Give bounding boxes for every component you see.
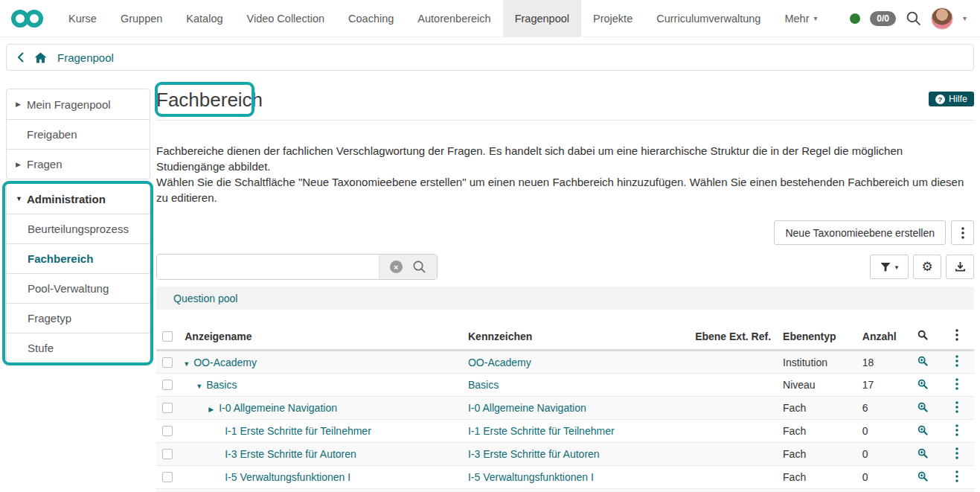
header-menu-dots-icon[interactable] xyxy=(955,329,958,341)
taxonomy-name-link[interactable]: I-5 Verwaltungsfunktionen I xyxy=(225,471,350,483)
table-tools: ▾ ⚙ xyxy=(870,255,974,279)
openolat-logo-icon[interactable] xyxy=(10,0,49,36)
taxonomy-code-link[interactable]: I-1 Erste Schritte für Teilnehmer xyxy=(468,425,615,437)
cell-zoom xyxy=(906,374,940,397)
nav-item-katalog[interactable]: Katalog xyxy=(174,0,234,36)
row-checkbox[interactable] xyxy=(162,472,173,482)
cell-menu xyxy=(941,374,974,397)
menu-dots-icon[interactable] xyxy=(955,401,958,413)
cell-ebene-ext-ref xyxy=(664,351,777,374)
taxonomy-code-link[interactable]: Basics xyxy=(468,379,499,391)
sidebar-item-pool-verwaltung[interactable]: Pool-Verwaltung xyxy=(7,273,150,303)
search-icon[interactable] xyxy=(906,10,921,26)
menu-dots-icon[interactable] xyxy=(955,424,958,436)
sidebar-item-fragen[interactable]: ▶Fragen xyxy=(7,149,150,179)
sidebar-item-label: Fachbereich xyxy=(28,252,93,265)
triangle-down-icon[interactable]: ▼ xyxy=(196,383,206,390)
home-icon[interactable] xyxy=(34,52,47,63)
zoom-icon[interactable] xyxy=(917,425,928,435)
page-title: Fachbereich xyxy=(156,89,263,111)
sidebar-item-label: Stufe xyxy=(28,342,54,354)
column-header-kennzeichen[interactable]: Kennzeichen xyxy=(462,323,664,351)
zoom-icon[interactable] xyxy=(917,402,928,412)
cell-zoom xyxy=(906,466,940,489)
filter-button[interactable]: ▾ xyxy=(870,255,909,279)
chevron-down-icon[interactable]: ▾ xyxy=(963,14,967,22)
column-header-anzahl[interactable]: Anzahl xyxy=(856,323,906,351)
back-chevron-icon[interactable] xyxy=(17,52,24,63)
nav-item-mehr[interactable]: Mehr▾ xyxy=(772,0,829,36)
description-text: Fachbereiche dienen der fachlichen Versc… xyxy=(156,143,974,205)
nav-item-curriculumverwaltung[interactable]: Curriculumverwaltung xyxy=(644,0,772,36)
zoom-icon[interactable] xyxy=(917,356,928,366)
sidebar-item-freigaben[interactable]: Freigaben xyxy=(7,119,150,149)
sidebar-item-stufe[interactable]: Stufe xyxy=(7,333,150,362)
cell-anzahl: 0 xyxy=(856,420,906,443)
cell-ebenentyp: Fach xyxy=(777,489,856,492)
taxonomy-code-link[interactable]: I-3 Erste Schritte für Autoren xyxy=(468,448,600,460)
taxonomy-code-link[interactable]: I-5 Verwaltungsfunktionen I xyxy=(468,471,594,483)
row-select-cell xyxy=(156,466,179,489)
sidebar-item-mein-fragenpool[interactable]: ▶Mein Fragenpool xyxy=(7,89,150,119)
taxonomy-code-link[interactable]: OO-Academy xyxy=(468,357,531,368)
taxonomy-name-link[interactable]: I-3 Erste Schritte für Autoren xyxy=(225,448,356,460)
column-header-ebene-ext-ref[interactable]: Ebene Ext. Ref. xyxy=(664,323,777,351)
search-input[interactable] xyxy=(157,255,379,279)
column-header-anzeigename[interactable]: Anzeigename xyxy=(179,323,462,351)
row-checkbox[interactable] xyxy=(162,357,173,368)
nav-item-kurse[interactable]: Kurse xyxy=(57,0,109,36)
select-all-checkbox[interactable] xyxy=(162,331,173,342)
assessment-counter-badge[interactable]: 0/0 xyxy=(870,11,896,26)
row-checkbox[interactable] xyxy=(162,380,173,390)
sidebar-item-label: Beurteilungsprozess xyxy=(28,223,129,235)
nav-item-video-collection[interactable]: Video Collection xyxy=(235,0,337,36)
triangle-down-icon[interactable]: ▼ xyxy=(183,360,193,368)
nav-item-gruppen[interactable]: Gruppen xyxy=(109,0,174,36)
nav-item-coaching[interactable]: Coaching xyxy=(336,0,406,36)
header-zoom-icon[interactable] xyxy=(917,330,928,340)
nav-item-autorenbereich[interactable]: Autorenbereich xyxy=(406,0,502,36)
taxonomy-name-link[interactable]: Basics xyxy=(206,379,237,391)
sidebar-item-fragetyp[interactable]: Fragetyp xyxy=(7,303,150,333)
zoom-icon[interactable] xyxy=(917,379,928,389)
cell-anzeigename: I-3 Erste Schritte für Autoren xyxy=(179,443,462,466)
breadcrumb: Fragenpool xyxy=(6,44,974,71)
zoom-icon[interactable] xyxy=(917,448,928,459)
table-settings-button[interactable]: ⚙ xyxy=(913,255,941,279)
row-select-cell xyxy=(156,351,179,374)
tree-root-link[interactable]: Question pool xyxy=(173,293,237,304)
taxonomy-name-link[interactable]: I-1 Erste Schritte für Teilnehmer xyxy=(225,425,371,437)
breadcrumb-item-fragenpool[interactable]: Fragenpool xyxy=(57,51,114,64)
nav-right-cluster: 0/0 ▾ xyxy=(850,0,980,36)
row-checkbox[interactable] xyxy=(162,426,173,436)
menu-dots-icon[interactable] xyxy=(955,378,958,390)
row-checkbox[interactable] xyxy=(162,449,173,459)
nav-item-projekte[interactable]: Projekte xyxy=(581,0,644,36)
column-header-ebenentyp[interactable]: Ebenentyp xyxy=(777,323,856,351)
nav-item-fragenpool[interactable]: Fragenpool xyxy=(503,0,581,36)
sidebar-item-label: Mein Fragenpool xyxy=(27,98,111,111)
menu-dots-icon[interactable] xyxy=(955,355,958,367)
triangle-right-icon[interactable]: ▶ xyxy=(208,406,219,413)
triangle-right-icon: ▶ xyxy=(16,161,27,168)
create-taxonomy-level-button[interactable]: Neue Taxonomieebene erstellen xyxy=(774,220,946,245)
menu-dots-icon[interactable] xyxy=(955,447,958,459)
sidebar-item-beurteilungsprozess[interactable]: Beurteilungsprozess xyxy=(7,214,150,243)
menu-dots-icon[interactable] xyxy=(955,470,958,482)
clear-search-icon[interactable]: × xyxy=(390,261,403,273)
taxonomy-code-link[interactable]: I-0 Allgemeine Navigation xyxy=(468,402,586,414)
zoom-icon[interactable] xyxy=(917,471,928,482)
taxonomy-table: Anzeigename Kennzeichen Ebene Ext. Ref. … xyxy=(156,323,974,492)
avatar[interactable] xyxy=(931,7,953,30)
table-search-box: × xyxy=(156,254,438,280)
download-button[interactable] xyxy=(946,255,974,279)
sidebar-item-administration[interactable]: ▼Administration xyxy=(7,184,150,214)
taxonomy-name-link[interactable]: OO-Academy xyxy=(193,357,257,368)
submit-search-icon[interactable] xyxy=(412,260,426,274)
sidebar-item-fachbereich[interactable]: Fachbereich xyxy=(7,243,150,273)
row-checkbox[interactable] xyxy=(162,403,173,413)
more-actions-button[interactable] xyxy=(951,220,974,245)
triangle-right-icon: ▶ xyxy=(16,100,27,108)
taxonomy-name-link[interactable]: I-0 Allgemeine Navigation xyxy=(219,402,337,414)
help-button[interactable]: ? Hilfe xyxy=(929,92,974,106)
